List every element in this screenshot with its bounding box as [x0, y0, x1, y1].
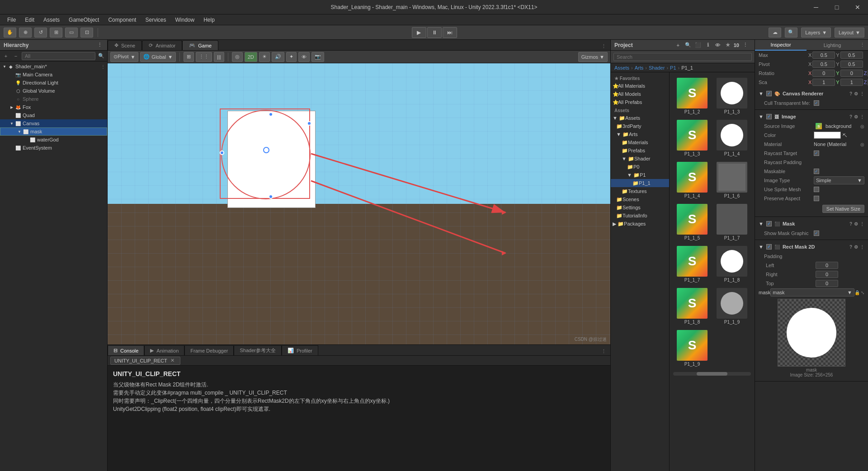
folder-textures[interactable]: 📁 Textures — [611, 187, 669, 195]
project-eye-btn[interactable]: 👁 — [714, 41, 722, 49]
folder-tutorialinfo[interactable]: 📁 TutorialInfo — [611, 212, 669, 220]
img-question[interactable]: ? — [849, 114, 852, 119]
menu-help[interactable]: Help — [200, 16, 218, 24]
toolbar-hand-tool[interactable]: ✋ — [4, 28, 16, 38]
hierarchy-minus-btn[interactable]: − — [12, 52, 20, 60]
folder-scenes[interactable]: 📁 Scenes — [611, 195, 669, 203]
project-scrollbar[interactable] — [673, 372, 751, 376]
console-tab-console[interactable]: ⊟ Console — [108, 345, 144, 355]
breadcrumb-p1[interactable]: P1 — [670, 65, 676, 71]
maskable-checkbox[interactable] — [814, 169, 819, 174]
audio-btn[interactable]: 🔊 — [272, 52, 284, 62]
handle-bottom[interactable] — [269, 194, 273, 199]
toolbar-rotate-tool[interactable]: ↺ — [34, 28, 47, 38]
toolbar-transform-tool[interactable]: ⊡ — [80, 28, 93, 38]
canvas-renderer-header[interactable]: ▼ 🎨 Canvas Renderer ? ⚙ ⋮ — [755, 89, 868, 99]
breadcrumb-p1-1[interactable]: P1_1 — [681, 65, 693, 71]
breadcrumb-shader[interactable]: Shader — [649, 65, 665, 71]
right-input[interactable] — [816, 271, 838, 278]
visibility-btn[interactable]: 👁 — [298, 52, 310, 62]
rect-mask-enabled[interactable] — [766, 244, 772, 250]
menu-edit[interactable]: Edit — [21, 16, 38, 24]
breadcrumb-arts[interactable]: Arts — [635, 65, 644, 71]
asset-p1-1-4-shader[interactable]: S P1_1_4 — [673, 160, 711, 200]
asset-p1-1-8-white[interactable]: P1_1_8 — [713, 244, 751, 284]
tree-item-main-camera[interactable]: 📷 Main Camera — [0, 71, 107, 79]
folder-3rdparty[interactable]: 📁 3rdParty — [611, 122, 669, 130]
project-info-btn[interactable]: ℹ — [704, 41, 712, 49]
handle-left[interactable] — [220, 151, 224, 155]
scene-tab-scene[interactable]: ✥ Scene — [108, 40, 142, 50]
handle-top[interactable] — [269, 112, 273, 117]
preserve-aspect-checkbox[interactable] — [814, 196, 819, 201]
rm-settings[interactable]: ⚙ — [854, 245, 858, 250]
tree-item-shader-main[interactable]: ▼ ◆ Shader_main* ⋮ — [0, 62, 107, 71]
inspector-menu-btn[interactable]: ⋮ — [858, 41, 866, 49]
menu-gameobject[interactable]: GameObject — [65, 16, 103, 24]
folder-arts[interactable]: ▼ 📁 Arts — [611, 130, 669, 138]
asset-p1-1-9-gray[interactable]: P1_1_9 — [713, 286, 751, 326]
folder-p1-1[interactable]: 📁 P1_1 — [611, 179, 669, 187]
search-button[interactable]: 🔍 — [785, 28, 797, 38]
folder-settings[interactable]: 📁 Settings — [611, 203, 669, 212]
scale-y-input[interactable] — [840, 79, 863, 86]
maximize-button[interactable]: □ — [826, 0, 847, 14]
expand-arrow-mask[interactable]: ▼ — [17, 130, 22, 134]
tree-item-dir-light[interactable]: 💡 Directional Light — [0, 79, 107, 87]
set-native-size-button[interactable]: Set Native Size — [822, 205, 864, 213]
menu-services[interactable]: Services — [142, 16, 170, 24]
source-image-picker[interactable]: ◎ — [860, 124, 864, 129]
layers-dropdown[interactable]: Layers ▼ — [801, 28, 831, 38]
cull-checkbox[interactable] — [814, 100, 819, 106]
grid-btn[interactable]: ⊞ — [184, 52, 194, 62]
pivot-btn[interactable]: ⊙Pivot ▼ — [110, 52, 138, 62]
folder-assets[interactable]: ▼ 📁 Assets — [611, 114, 669, 122]
color-eyedropper[interactable]: ⛏ — [843, 133, 847, 138]
console-tab-shader-ref[interactable]: Shader参考大全 — [234, 345, 281, 355]
gizmo-btn[interactable]: ◎ — [232, 52, 243, 62]
raycast-target-checkbox[interactable] — [814, 151, 819, 156]
gizmo-display-btn[interactable]: Gizmos ▼ — [578, 52, 608, 62]
menu-window[interactable]: Window — [171, 16, 198, 24]
toolbar-rect-tool[interactable]: ▭ — [65, 28, 78, 38]
max-y-input[interactable] — [840, 52, 863, 59]
console-tab-profiler[interactable]: 📊 Profiler — [282, 345, 318, 355]
effect-btn[interactable]: ✦ — [286, 52, 297, 62]
mask-expand[interactable]: ⤡ — [861, 290, 864, 295]
asset-p1-1-7-shader[interactable]: S P1_1_7 — [673, 244, 711, 284]
rm-menu[interactable]: ⋮ — [860, 245, 864, 250]
asset-p1-1-3-shader[interactable]: S P1_1_3 — [673, 118, 711, 158]
rot-x-input[interactable] — [812, 70, 835, 77]
handle-right[interactable] — [307, 121, 311, 126]
breadcrumb-assets[interactable]: Assets — [614, 65, 629, 71]
layout-dropdown[interactable]: Layout ▼ — [835, 28, 864, 38]
scene-cam-btn[interactable]: 📷 — [311, 52, 324, 62]
project-add-btn[interactable]: + — [674, 41, 682, 49]
tree-item-global-volume[interactable]: ⬡ Global Volume — [0, 87, 107, 95]
mask-section-enabled[interactable] — [766, 221, 772, 226]
image-type-dropdown[interactable]: Simple ▼ — [814, 176, 864, 184]
tree-item-fox[interactable]: ▶ 🦊 Fox — [0, 103, 107, 111]
tree-item-event-system[interactable]: ⬜ EventSystem — [0, 144, 107, 152]
console-tag-chip[interactable]: UNITY_UI_CLIP_RECT ✕ — [110, 357, 180, 365]
asset-p1-1-7-dark[interactable]: P1_1_7 — [713, 202, 751, 242]
folder-packages[interactable]: ▶ 📁 Packages — [611, 220, 669, 228]
img-menu[interactable]: ⋮ — [860, 114, 864, 119]
global-btn[interactable]: 🌐 Global ▼ — [140, 52, 176, 62]
fav-all-models[interactable]: ⭐ All Models — [611, 90, 669, 98]
show-mask-graphic-checkbox[interactable] — [814, 231, 819, 236]
folder-p0[interactable]: 📁 P0 — [611, 163, 669, 171]
console-tab-animation[interactable]: ▶ Animation — [144, 345, 184, 355]
asset-p1-1-6[interactable]: P1_1_6 — [713, 160, 751, 200]
toolbar-scale-tool[interactable]: ⊞ — [50, 28, 62, 38]
pivot-y-input[interactable] — [840, 61, 863, 68]
tree-item-canvas[interactable]: ▼ ⬜ Canvas — [0, 119, 107, 127]
scene-tab-animator[interactable]: ⟳ Animator — [142, 40, 182, 50]
mask-question[interactable]: ? — [849, 221, 852, 226]
console-tag-close[interactable]: ✕ — [169, 357, 176, 364]
play-button[interactable]: ▶ — [412, 27, 426, 38]
snap-btn[interactable]: ⋮⋮ — [196, 52, 212, 62]
console-tab-frame-debugger[interactable]: Frame Debugger — [184, 345, 234, 355]
mask-settings[interactable]: ⚙ — [854, 221, 858, 226]
top-input[interactable] — [816, 280, 838, 287]
